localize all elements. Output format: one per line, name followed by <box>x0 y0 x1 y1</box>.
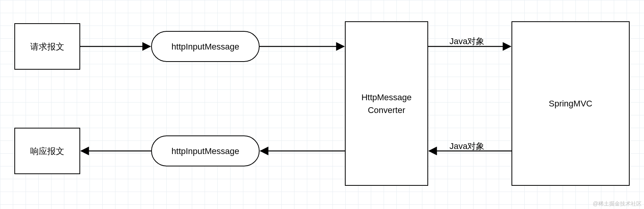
node-springmvc: SpringMVC <box>511 21 630 186</box>
node-http-input-bottom: httpInputMessage <box>151 135 260 166</box>
node-response: 响应报文 <box>14 128 80 174</box>
node-http-input-top-label: httpInputMessage <box>172 40 239 53</box>
edge-label-java-top: Java对象 <box>449 36 484 47</box>
node-converter-label: HttpMessage Converter <box>362 91 412 116</box>
node-springmvc-label: SpringMVC <box>549 97 592 110</box>
node-http-input-top: httpInputMessage <box>151 31 260 62</box>
node-http-input-bottom-label: httpInputMessage <box>172 145 239 158</box>
node-response-label: 响应报文 <box>30 145 64 158</box>
watermark: @稀土掘金技术社区 <box>593 200 642 207</box>
node-converter: HttpMessage Converter <box>345 21 428 186</box>
edge-label-java-bottom: Java对象 <box>449 140 484 152</box>
node-request: 请求报文 <box>14 23 80 70</box>
node-request-label: 请求报文 <box>30 40 64 53</box>
